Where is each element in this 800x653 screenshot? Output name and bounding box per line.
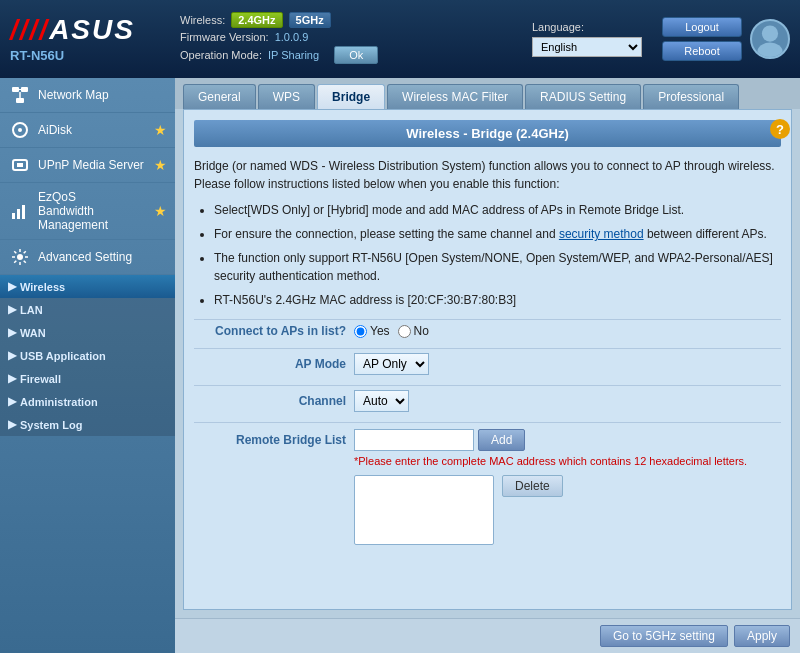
remote-bridge-right: Add *Please enter the complete MAC addre…	[354, 429, 747, 545]
channel-select[interactable]: Auto	[354, 390, 409, 412]
mac-list[interactable]	[354, 475, 494, 545]
channel-row: Channel Auto	[194, 385, 781, 416]
svg-rect-4	[16, 98, 24, 103]
bottom-bar: Go to 5GHz setting Apply	[175, 618, 800, 653]
sidebar-item-advanced[interactable]: Advanced Setting	[0, 240, 175, 274]
connect-aps-control: Yes No	[354, 324, 429, 338]
sidebar-network-map-label: Network Map	[38, 88, 167, 102]
sidebar-upnp-label: UPnP Media Server	[38, 158, 148, 172]
goto-5ghz-button[interactable]: Go to 5GHz setting	[600, 625, 728, 647]
ezqos-icon	[8, 201, 32, 221]
channel-control: Auto	[354, 390, 409, 412]
tab-general[interactable]: General	[183, 84, 256, 109]
freq-5-button[interactable]: 5GHz	[289, 12, 331, 28]
sidebar-usb-label: USB Application	[20, 350, 106, 362]
sidebar-item-network-map[interactable]: Network Map	[0, 78, 175, 112]
ap-mode-select[interactable]: AP Only	[354, 353, 429, 375]
sidebar-group-syslog[interactable]: ▶ System Log	[0, 413, 175, 436]
connect-aps-row: Connect to APs in list? Yes No	[194, 319, 781, 342]
reboot-button[interactable]: Reboot	[662, 41, 742, 61]
sidebar-admin-label: Administration	[20, 396, 98, 408]
avatar	[750, 19, 790, 59]
apply-button[interactable]: Apply	[734, 625, 790, 647]
sidebar-group-admin[interactable]: ▶ Administration	[0, 390, 175, 413]
ok-button[interactable]: Ok	[334, 46, 378, 64]
bullet-2-post: between different APs.	[644, 227, 767, 241]
no-radio[interactable]	[398, 325, 411, 338]
logout-button[interactable]: Logout	[662, 17, 742, 37]
mac-input-field[interactable]	[354, 429, 474, 451]
firmware-label: Firmware Version:	[180, 31, 269, 43]
header-buttons: Logout Reboot	[662, 17, 742, 61]
panel-list: Select[WDS Only] or [Hybrid] mode and ad…	[214, 201, 781, 309]
header: ////ASUS RT-N56U Wireless: 2.4GHz 5GHz F…	[0, 0, 800, 78]
ap-mode-label: AP Mode	[194, 357, 354, 371]
sidebar-group-lan[interactable]: ▶ LAN	[0, 298, 175, 321]
bullet-2-pre: For ensure the connection, please settin…	[214, 227, 559, 241]
remote-bridge-section: Remote Bridge List Add *Please enter the…	[194, 422, 781, 545]
svg-point-1	[757, 43, 782, 57]
sidebar-item-upnp[interactable]: UPnP Media Server ★	[0, 148, 175, 182]
op-mode-label: Operation Mode:	[180, 49, 262, 61]
advanced-icon	[8, 247, 32, 267]
yes-radio-label[interactable]: Yes	[354, 324, 390, 338]
language-select[interactable]: English	[532, 37, 642, 57]
wireless-info: Wireless: 2.4GHz 5GHz Firmware Version: …	[170, 12, 532, 67]
svg-rect-10	[17, 163, 23, 167]
svg-rect-12	[17, 209, 20, 219]
svg-rect-3	[21, 87, 28, 92]
svg-point-14	[17, 254, 23, 260]
svg-rect-11	[12, 213, 15, 219]
tabs: General WPS Bridge Wireless MAC Filter R…	[175, 78, 800, 109]
upnp-icon	[8, 155, 32, 175]
bullet-3: The function only support RT-N56U [Open …	[214, 249, 781, 285]
panel-wrapper: Wireless - Bridge (2.4GHz) ? Bridge (or …	[175, 109, 800, 653]
op-mode-link[interactable]: IP Sharing	[268, 49, 319, 61]
svg-point-8	[18, 128, 22, 132]
delete-button[interactable]: Delete	[502, 475, 563, 497]
sidebar-item-ezqos[interactable]: EzQoS Bandwidth Management ★	[0, 183, 175, 239]
firmware-version-link[interactable]: 1.0.0.9	[275, 31, 309, 43]
bullet-2: For ensure the connection, please settin…	[214, 225, 781, 243]
tab-radius[interactable]: RADIUS Setting	[525, 84, 641, 109]
freq-24-button[interactable]: 2.4GHz	[231, 12, 282, 28]
bullet-1: Select[WDS Only] or [Hybrid] mode and ad…	[214, 201, 781, 219]
security-method-link[interactable]: security method	[559, 227, 644, 241]
channel-label: Channel	[194, 394, 354, 408]
tab-mac-filter[interactable]: Wireless MAC Filter	[387, 84, 523, 109]
panel: Wireless - Bridge (2.4GHz) ? Bridge (or …	[183, 109, 792, 610]
yes-radio[interactable]	[354, 325, 367, 338]
aidisk-star-icon: ★	[154, 122, 167, 138]
model-name: RT-N56U	[10, 48, 64, 63]
sidebar-lan-label: LAN	[20, 304, 43, 316]
sidebar-advanced-label: Advanced Setting	[38, 250, 167, 264]
sidebar-group-wan[interactable]: ▶ WAN	[0, 321, 175, 344]
connect-aps-label: Connect to APs in list?	[194, 324, 354, 338]
wireless-label: Wireless:	[180, 14, 225, 26]
tab-bridge[interactable]: Bridge	[317, 84, 385, 109]
sidebar-aidisk-label: AiDisk	[38, 123, 148, 137]
help-icon[interactable]: ?	[770, 119, 790, 139]
add-button[interactable]: Add	[478, 429, 525, 451]
tab-wps[interactable]: WPS	[258, 84, 315, 109]
sidebar-firewall-label: Firewall	[20, 373, 61, 385]
tab-professional[interactable]: Professional	[643, 84, 739, 109]
main: Network Map AiDisk ★ UPnP Media Server ★	[0, 78, 800, 653]
sidebar-syslog-label: System Log	[20, 419, 82, 431]
network-map-icon	[8, 85, 32, 105]
sidebar-item-aidisk[interactable]: AiDisk ★	[0, 113, 175, 147]
svg-rect-13	[22, 205, 25, 219]
logo-area: ////ASUS RT-N56U	[10, 16, 170, 63]
remote-bridge-inner: Remote Bridge List Add *Please enter the…	[194, 429, 781, 545]
sidebar-group-usb[interactable]: ▶ USB Application	[0, 344, 175, 367]
sidebar-group-firewall[interactable]: ▶ Firewall	[0, 367, 175, 390]
aidisk-icon	[8, 120, 32, 140]
no-radio-label[interactable]: No	[398, 324, 429, 338]
svg-point-0	[762, 26, 778, 42]
sidebar-wan-label: WAN	[20, 327, 46, 339]
sidebar-group-wireless[interactable]: ▶ Wireless	[0, 275, 175, 298]
ezqos-star-icon: ★	[154, 203, 167, 219]
language-label: Language:	[532, 21, 584, 33]
mac-input-row: Add	[354, 429, 747, 451]
asus-logo: ////ASUS	[10, 16, 135, 44]
